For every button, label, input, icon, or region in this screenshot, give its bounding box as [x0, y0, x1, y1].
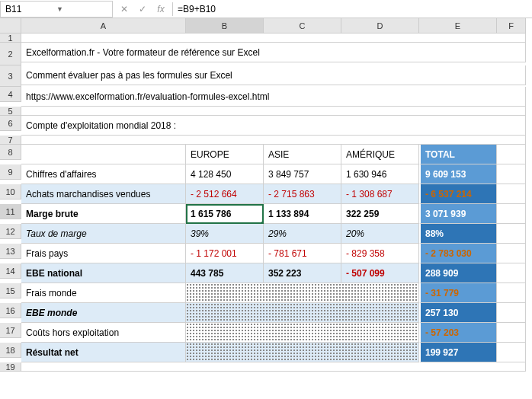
row-header-5[interactable]: 5: [0, 107, 21, 116]
row-header-8[interactable]: 8: [0, 145, 21, 160]
cell-blank-19[interactable]: [21, 362, 526, 372]
cell-f15[interactable]: [497, 283, 526, 303]
cell-f16[interactable]: [497, 303, 526, 323]
cell-f8[interactable]: [497, 145, 526, 164]
r17-e[interactable]: - 57 203: [419, 323, 497, 343]
col-header-f[interactable]: F: [497, 18, 526, 34]
r14-d[interactable]: - 507 099: [341, 263, 419, 283]
subtitle-cell[interactable]: Comment évaluer pas à pas les formules s…: [21, 65, 526, 85]
row-header-13[interactable]: 13: [0, 244, 21, 259]
r16-label[interactable]: EBE monde: [21, 303, 186, 323]
r9-c[interactable]: 3 849 757: [264, 164, 341, 184]
r12-c[interactable]: 29%: [264, 224, 341, 244]
name-box[interactable]: B11 ▼: [0, 1, 113, 18]
r9-d[interactable]: 1 630 946: [341, 164, 419, 184]
row-header-9[interactable]: 9: [0, 164, 21, 180]
cell-blank-7[interactable]: [21, 136, 526, 145]
r13-b[interactable]: - 1 172 001: [186, 244, 264, 263]
header-europe[interactable]: EUROPE: [186, 145, 264, 164]
col-header-e[interactable]: E: [419, 18, 497, 34]
header-total[interactable]: TOTAL: [419, 145, 497, 164]
row-header-3[interactable]: 3: [0, 65, 21, 87]
row-header-17[interactable]: 17: [0, 323, 21, 338]
spreadsheet-grid[interactable]: A B C D E F 1 2 Excelformation.fr - Votr…: [0, 18, 532, 372]
col-header-b[interactable]: B: [186, 18, 264, 34]
r18-e[interactable]: 199 927: [419, 343, 497, 362]
r14-b[interactable]: 443 785: [186, 263, 264, 283]
row-header-4[interactable]: 4: [0, 87, 21, 102]
r10-c[interactable]: - 2 715 863: [264, 184, 341, 204]
r17-label[interactable]: Coûts hors exploitation: [21, 323, 186, 343]
cell-f14[interactable]: [497, 263, 526, 283]
title-cell[interactable]: Excelformation.fr - Votre formateur de r…: [21, 43, 526, 62]
col-header-c[interactable]: C: [264, 18, 341, 34]
row-header-12[interactable]: 12: [0, 224, 21, 239]
r13-d[interactable]: - 829 358: [341, 244, 419, 263]
r17-dotted[interactable]: [186, 323, 419, 343]
r11-label[interactable]: Marge brute: [21, 204, 186, 224]
r10-b[interactable]: - 2 512 664: [186, 184, 264, 204]
cell-f13[interactable]: [497, 244, 526, 263]
r15-label[interactable]: Frais monde: [21, 283, 186, 303]
row-header-2[interactable]: 2: [0, 43, 21, 65]
r15-dotted[interactable]: [186, 283, 419, 303]
r15-e[interactable]: - 31 779: [419, 283, 497, 303]
cell-f12[interactable]: [497, 224, 526, 244]
row-header-11[interactable]: 11: [0, 204, 21, 219]
select-all-corner[interactable]: [0, 18, 21, 34]
section-cell[interactable]: Compte d'exploitation mondial 2018 :: [21, 116, 526, 136]
r9-e[interactable]: 9 609 153: [419, 164, 497, 184]
r18-dotted[interactable]: [186, 343, 419, 362]
r18-label[interactable]: Résultat net: [21, 343, 186, 362]
confirm-icon[interactable]: ✓: [137, 4, 148, 14]
name-box-dropdown-icon[interactable]: ▼: [56, 5, 107, 13]
row-header-15[interactable]: 15: [0, 283, 21, 298]
cell-f17[interactable]: [497, 323, 526, 343]
cancel-icon[interactable]: ✕: [119, 4, 130, 14]
row-header-1[interactable]: 1: [0, 34, 21, 43]
cell-f18[interactable]: [497, 343, 526, 362]
r10-label[interactable]: Achats marchandises vendues: [21, 184, 186, 204]
r16-e[interactable]: 257 130: [419, 303, 497, 323]
r13-e[interactable]: - 2 783 030: [419, 244, 497, 263]
row-header-7[interactable]: 7: [0, 136, 21, 145]
r14-c[interactable]: 352 223: [264, 263, 341, 283]
cell-f9[interactable]: [497, 164, 526, 184]
row-header-6[interactable]: 6: [0, 116, 21, 131]
r13-label[interactable]: Frais pays: [21, 244, 186, 263]
header-asie[interactable]: ASIE: [264, 145, 341, 164]
r12-e[interactable]: 88%: [419, 224, 497, 244]
col-header-d[interactable]: D: [341, 18, 419, 34]
cell-f10[interactable]: [497, 184, 526, 204]
cell-blank[interactable]: [21, 34, 526, 43]
r9-label[interactable]: Chiffres d'affaires: [21, 164, 186, 184]
r10-e[interactable]: - 6 537 214: [419, 184, 497, 204]
row-header-10[interactable]: 10: [0, 184, 21, 200]
fx-icon[interactable]: fx: [155, 4, 166, 14]
row-header-19[interactable]: 19: [0, 362, 21, 372]
r14-e[interactable]: 288 909: [419, 263, 497, 283]
r12-b[interactable]: 39%: [186, 224, 264, 244]
r14-label[interactable]: EBE national: [21, 263, 186, 283]
r10-d[interactable]: - 1 308 687: [341, 184, 419, 204]
row-header-14[interactable]: 14: [0, 263, 21, 279]
row-header-18[interactable]: 18: [0, 343, 21, 358]
formula-bar-buttons: ✕ ✓ fx: [113, 4, 172, 14]
link-cell[interactable]: https://www.excelformation.fr/evaluation…: [21, 87, 526, 107]
r11-e[interactable]: 3 071 939: [419, 204, 497, 224]
cell-f11[interactable]: [497, 204, 526, 224]
r9-b[interactable]: 4 128 450: [186, 164, 264, 184]
r12-label[interactable]: Taux de marge: [21, 224, 186, 244]
r12-d[interactable]: 20%: [341, 224, 419, 244]
cell-blank-5[interactable]: [21, 107, 526, 116]
col-header-a[interactable]: A: [21, 18, 186, 34]
formula-input[interactable]: =B9+B10: [172, 2, 532, 16]
r11-b-selected[interactable]: 1 615 786: [186, 204, 264, 224]
header-amerique[interactable]: AMÉRIQUE: [341, 145, 419, 164]
r11-c[interactable]: 1 133 894: [264, 204, 341, 224]
row-header-16[interactable]: 16: [0, 303, 21, 318]
r16-dotted[interactable]: [186, 303, 419, 323]
header-label-cell[interactable]: [21, 145, 186, 164]
r13-c[interactable]: - 781 671: [264, 244, 341, 263]
r11-d[interactable]: 322 259: [341, 204, 419, 224]
